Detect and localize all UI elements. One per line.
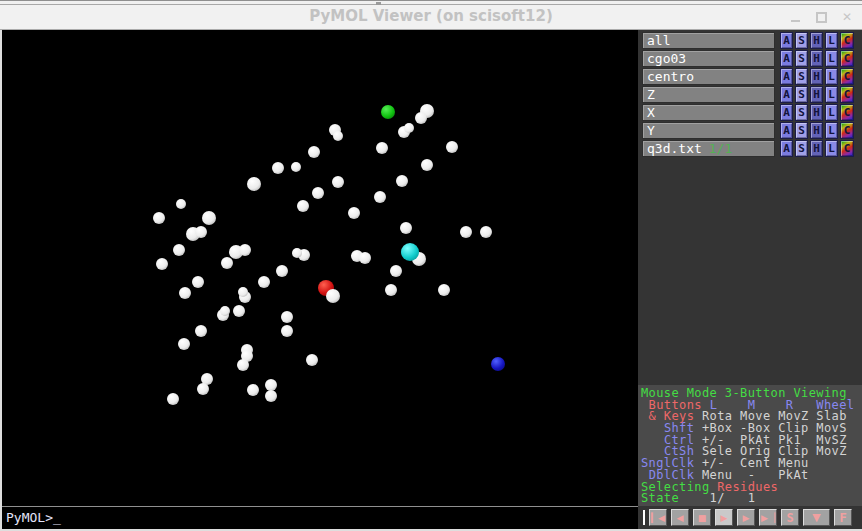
atom-sphere-white[interactable] bbox=[258, 276, 270, 288]
all-h-button[interactable]: H bbox=[810, 32, 823, 49]
atom-sphere-white[interactable] bbox=[281, 311, 293, 323]
atom-sphere-white[interactable] bbox=[359, 252, 371, 264]
atom-sphere-white[interactable] bbox=[333, 131, 343, 141]
atom-sphere-white[interactable] bbox=[385, 284, 397, 296]
atom-sphere-white[interactable] bbox=[390, 265, 402, 277]
step-back-button[interactable]: ◀ bbox=[671, 509, 689, 526]
atom-sphere-white[interactable] bbox=[292, 248, 302, 258]
all-s-button[interactable]: S bbox=[795, 32, 808, 49]
atom-sphere-white[interactable] bbox=[376, 142, 388, 154]
X-l-button[interactable]: L bbox=[825, 104, 838, 121]
all-l-button[interactable]: L bbox=[825, 32, 838, 49]
maximize-icon[interactable] bbox=[814, 10, 828, 24]
atom-sphere-white[interactable] bbox=[233, 305, 245, 317]
atom-sphere-white[interactable] bbox=[195, 226, 207, 238]
object-label[interactable]: cgo03 bbox=[642, 50, 775, 67]
atom-sphere-white[interactable] bbox=[326, 289, 340, 303]
atom-sphere-white[interactable] bbox=[297, 200, 309, 212]
minimize-icon[interactable] bbox=[788, 10, 802, 24]
atom-sphere-white[interactable] bbox=[276, 265, 288, 277]
q3d.txt-c-button[interactable]: C bbox=[840, 140, 854, 157]
Y-h-button[interactable]: H bbox=[810, 122, 823, 139]
Y-a-button[interactable]: A bbox=[780, 122, 793, 139]
atom-sphere-green[interactable] bbox=[381, 105, 395, 119]
object-label[interactable]: all bbox=[642, 32, 775, 49]
atom-sphere-white[interactable] bbox=[195, 325, 207, 337]
Y-l-button[interactable]: L bbox=[825, 122, 838, 139]
cgo03-h-button[interactable]: H bbox=[810, 50, 823, 67]
atom-sphere-white[interactable] bbox=[247, 177, 261, 191]
Z-c-button[interactable]: C bbox=[840, 86, 854, 103]
step-forward-button[interactable]: ▶ bbox=[737, 509, 755, 526]
play-button[interactable]: ▶ bbox=[715, 509, 733, 526]
cgo03-s-button[interactable]: S bbox=[795, 50, 808, 67]
centro-h-button[interactable]: H bbox=[810, 68, 823, 85]
f-button-button[interactable]: F bbox=[834, 509, 852, 526]
go-to-end-button[interactable]: ▶▕ bbox=[759, 509, 777, 526]
atom-sphere-white[interactable] bbox=[265, 390, 277, 402]
atom-sphere-white[interactable] bbox=[446, 141, 458, 153]
mouse-panel-line-10[interactable]: State 1/ 1 bbox=[641, 493, 862, 505]
Y-s-button[interactable]: S bbox=[795, 122, 808, 139]
atom-sphere-white[interactable] bbox=[179, 287, 191, 299]
atom-sphere-white[interactable] bbox=[438, 284, 450, 296]
atom-sphere-white[interactable] bbox=[237, 359, 249, 371]
X-c-button[interactable]: C bbox=[840, 104, 854, 121]
cgo03-l-button[interactable]: L bbox=[825, 50, 838, 67]
atom-sphere-white[interactable] bbox=[202, 211, 216, 225]
q3d.txt-h-button[interactable]: H bbox=[810, 140, 823, 157]
atom-sphere-white[interactable] bbox=[153, 212, 165, 224]
atom-sphere-white[interactable] bbox=[156, 258, 168, 270]
q3d.txt-l-button[interactable]: L bbox=[825, 140, 838, 157]
atom-sphere-white[interactable] bbox=[176, 199, 186, 209]
atom-sphere-white[interactable] bbox=[348, 207, 360, 219]
close-icon[interactable] bbox=[840, 10, 854, 24]
atom-sphere-white[interactable] bbox=[404, 123, 414, 133]
atom-sphere-white[interactable] bbox=[173, 244, 185, 256]
s-button-button[interactable]: S bbox=[781, 509, 799, 526]
atom-sphere-white[interactable] bbox=[332, 176, 344, 188]
atom-sphere-white[interactable] bbox=[400, 222, 412, 234]
atom-sphere-white[interactable] bbox=[247, 384, 259, 396]
centro-a-button[interactable]: A bbox=[780, 68, 793, 85]
Z-a-button[interactable]: A bbox=[780, 86, 793, 103]
atom-sphere-white[interactable] bbox=[396, 175, 408, 187]
X-a-button[interactable]: A bbox=[780, 104, 793, 121]
object-label[interactable]: X bbox=[642, 104, 775, 121]
atom-sphere-white[interactable] bbox=[415, 112, 427, 124]
atom-sphere-white[interactable] bbox=[308, 146, 320, 158]
centro-c-button[interactable]: C bbox=[840, 68, 854, 85]
Z-h-button[interactable]: H bbox=[810, 86, 823, 103]
atom-sphere-white[interactable] bbox=[272, 162, 284, 174]
atom-sphere-white[interactable] bbox=[167, 393, 179, 405]
atom-sphere-white[interactable] bbox=[421, 159, 433, 171]
X-s-button[interactable]: S bbox=[795, 104, 808, 121]
pane-grip[interactable] bbox=[643, 510, 645, 525]
atom-sphere-white[interactable] bbox=[220, 306, 230, 316]
cgo03-a-button[interactable]: A bbox=[780, 50, 793, 67]
Y-c-button[interactable]: C bbox=[840, 122, 854, 139]
go-to-start-button[interactable]: ▎◀ bbox=[649, 509, 667, 526]
command-line[interactable]: PyMOL>_ bbox=[2, 506, 638, 529]
atom-sphere-white[interactable] bbox=[291, 162, 301, 172]
atom-sphere-white[interactable] bbox=[306, 354, 318, 366]
down-button-button[interactable]: ▼ bbox=[803, 509, 830, 526]
atom-sphere-white[interactable] bbox=[197, 383, 209, 395]
object-label[interactable]: centro bbox=[642, 68, 775, 85]
Z-s-button[interactable]: S bbox=[795, 86, 808, 103]
cgo03-c-button[interactable]: C bbox=[840, 50, 854, 67]
atom-sphere-white[interactable] bbox=[192, 276, 204, 288]
Z-l-button[interactable]: L bbox=[825, 86, 838, 103]
object-label[interactable]: q3d.txt1/1 bbox=[642, 140, 775, 157]
atom-sphere-white[interactable] bbox=[178, 338, 190, 350]
titlebar[interactable]: PyMOL Viewer (on scisoft12) bbox=[0, 5, 862, 30]
atom-sphere-blue[interactable] bbox=[491, 357, 505, 371]
centro-l-button[interactable]: L bbox=[825, 68, 838, 85]
stop-button[interactable]: ■ bbox=[693, 509, 711, 526]
atom-sphere-white[interactable] bbox=[239, 244, 251, 256]
atom-sphere-white[interactable] bbox=[281, 325, 293, 337]
atom-sphere-cyan[interactable] bbox=[401, 243, 419, 261]
all-c-button[interactable]: C bbox=[840, 32, 854, 49]
object-label[interactable]: Z bbox=[642, 86, 775, 103]
all-a-button[interactable]: A bbox=[780, 32, 793, 49]
